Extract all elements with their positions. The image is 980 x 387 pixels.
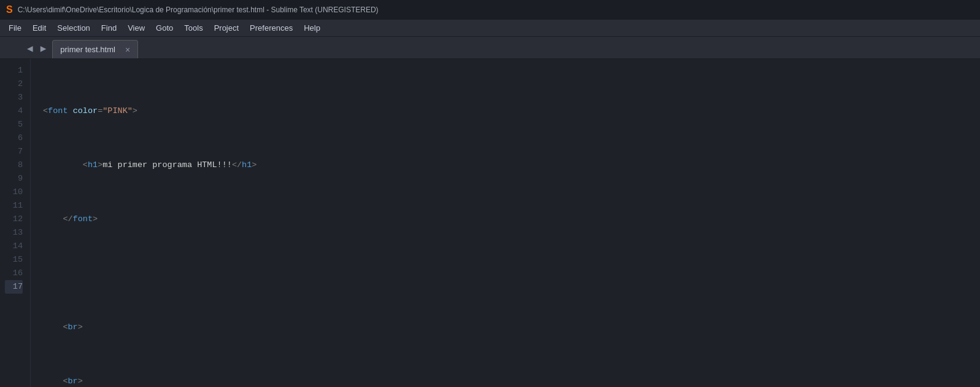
- line-number-4: 4: [5, 104, 23, 118]
- menu-project[interactable]: Project: [209, 22, 244, 34]
- line-number-12: 12: [5, 213, 23, 226]
- code-editor[interactable]: <font color="PINK"> <h1>mi primer progra…: [31, 59, 980, 387]
- menu-tools[interactable]: Tools: [179, 22, 207, 34]
- line-number-11: 11: [5, 199, 23, 213]
- menu-file[interactable]: File: [4, 22, 26, 34]
- menu-selection[interactable]: Selection: [52, 22, 95, 34]
- code-line-1: <font color="PINK">: [43, 104, 980, 118]
- sublime-icon: S: [6, 4, 13, 15]
- tab-bar: ◀ ▶ primer test.html ×: [0, 37, 980, 59]
- line-number-14: 14: [5, 240, 23, 253]
- editor: 1 2 3 4 5 6 7 8 9 10 11 12 13 14 15 16 1…: [0, 59, 980, 387]
- line-number-9: 9: [5, 172, 23, 186]
- line-number-2: 2: [5, 77, 23, 91]
- line-number-6: 6: [5, 131, 23, 145]
- line-number-13: 13: [5, 226, 23, 240]
- line-number-7: 7: [5, 145, 23, 158]
- line-number-15: 15: [5, 253, 23, 267]
- menu-edit[interactable]: Edit: [28, 22, 51, 34]
- menu-view[interactable]: View: [123, 22, 150, 34]
- line-number-5: 5: [5, 118, 23, 131]
- code-line-3: </font>: [43, 213, 980, 226]
- line-number-8: 8: [5, 158, 23, 172]
- code-line-5: <br>: [43, 321, 980, 334]
- title-bar: S C:\Users\dimif\OneDrive\Escritorio\Log…: [0, 0, 980, 20]
- tab-nav: ◀ ▶: [25, 41, 48, 58]
- window-title: C:\Users\dimif\OneDrive\Escritorio\Logic…: [18, 6, 379, 14]
- line-number-3: 3: [5, 91, 23, 104]
- code-line-4: [43, 267, 980, 280]
- code-line-6: <br>: [43, 375, 980, 387]
- line-number-10: 10: [5, 186, 23, 199]
- tab-label: primer test.html: [60, 45, 115, 54]
- line-numbers: 1 2 3 4 5 6 7 8 9 10 11 12 13 14 15 16 1…: [0, 59, 31, 387]
- tab-close-button[interactable]: ×: [125, 45, 130, 55]
- menu-find[interactable]: Find: [96, 22, 122, 34]
- menu-help[interactable]: Help: [299, 22, 325, 34]
- line-number-1: 1: [5, 64, 23, 77]
- menu-goto[interactable]: Goto: [151, 22, 178, 34]
- code-line-2: <h1>mi primer programa HTML!!!</h1>: [43, 158, 980, 172]
- tab-next-icon[interactable]: ▶: [38, 41, 49, 56]
- tab-prev-icon[interactable]: ◀: [25, 41, 36, 56]
- line-number-17: 17: [5, 280, 23, 294]
- line-number-16: 16: [5, 267, 23, 280]
- active-tab[interactable]: primer test.html ×: [52, 40, 138, 58]
- menu-preferences[interactable]: Preferences: [245, 22, 298, 34]
- menu-bar: File Edit Selection Find View Goto Tools…: [0, 20, 980, 37]
